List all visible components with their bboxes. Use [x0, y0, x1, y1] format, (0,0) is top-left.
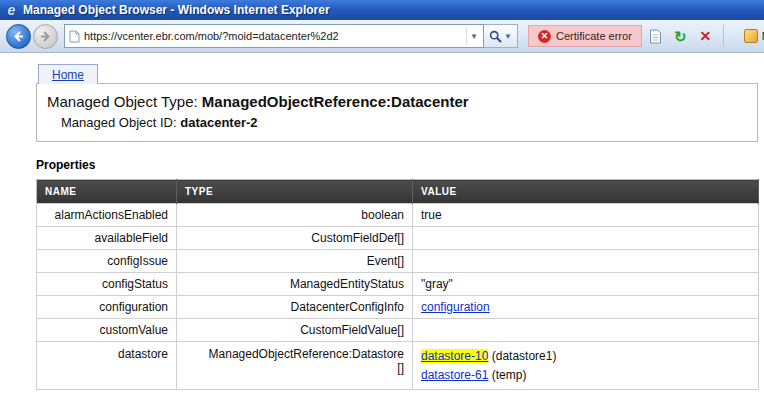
column-header-value: VALUE	[413, 180, 759, 204]
managed-object-type-value: ManagedObjectReference:Datacenter	[202, 93, 469, 110]
toolbar-separator	[723, 25, 724, 47]
address-bar[interactable]: ▼	[64, 24, 484, 48]
cell-name: alarmActionsEnabled	[37, 204, 177, 227]
managed-object-id-value: datacenter-2	[180, 115, 257, 130]
managed-object-id: Managed Object ID: datacenter-2	[47, 115, 747, 130]
managed-object-type-label: Managed Object Type:	[47, 93, 202, 110]
table-row: configStatus ManagedEntityStatus "gray"	[37, 273, 759, 296]
address-dropdown-icon[interactable]: ▼	[466, 26, 481, 46]
cell-type: DatacenterConfigInfo	[177, 296, 413, 319]
cell-name: configStatus	[37, 273, 177, 296]
certificate-error-icon: ✕	[538, 30, 551, 43]
cell-value: true	[413, 204, 759, 227]
table-row: datastore ManagedObjectReference:Datasto…	[37, 342, 759, 390]
cell-type: CustomFieldValue[]	[177, 319, 413, 342]
certificate-error-badge[interactable]: ✕ Certificate error	[528, 25, 642, 47]
refresh-button[interactable]: ↻	[669, 25, 692, 48]
navigation-bar: ▼ ▼ ✕ Certificate error ↻ ✕	[0, 20, 764, 53]
back-button[interactable]	[6, 24, 31, 49]
object-header: Managed Object Type: ManagedObjectRefere…	[36, 83, 758, 142]
cell-name: availableField	[37, 227, 177, 250]
cell-type: Event[]	[177, 250, 413, 273]
refresh-icon: ↻	[674, 29, 687, 44]
properties-heading: Properties	[36, 158, 758, 172]
favicon-icon	[744, 29, 758, 43]
cell-name: datastore	[37, 342, 177, 390]
datastore-10-suffix: (datastore1)	[488, 349, 556, 363]
page-button[interactable]	[644, 25, 667, 48]
page-glyph-icon	[649, 29, 662, 44]
cell-name: configIssue	[37, 250, 177, 273]
cell-type: ManagedEntityStatus	[177, 273, 413, 296]
ie-logo-icon: e	[4, 3, 19, 18]
managed-object-type: Managed Object Type: ManagedObjectRefere…	[47, 93, 747, 110]
cell-value: configuration	[413, 296, 759, 319]
type-line-1: ManagedObjectReference:Datastore	[185, 347, 404, 361]
managed-object-id-label: Managed Object ID:	[61, 115, 180, 130]
datastore-61-suffix: (temp)	[488, 368, 526, 382]
cell-value: datastore-10 (datastore1) datastore-61 (…	[413, 342, 759, 390]
title-bar: e Managed Object Browser - Windows Inter…	[0, 0, 764, 20]
cell-value	[413, 319, 759, 342]
datastore-10-link[interactable]: datastore-10	[421, 349, 488, 363]
table-header-row: NAME TYPE VALUE	[37, 180, 759, 204]
forward-button[interactable]	[33, 24, 58, 49]
cell-type: ManagedObjectReference:Datastore []	[177, 342, 413, 390]
page-icon	[69, 30, 80, 43]
cell-name: customValue	[37, 319, 177, 342]
table-row: availableField CustomFieldDef[]	[37, 227, 759, 250]
datastore-value-line: datastore-10 (datastore1)	[421, 347, 750, 366]
table-row: configIssue Event[]	[37, 250, 759, 273]
cell-value	[413, 250, 759, 273]
datastore-value-line: datastore-61 (temp)	[421, 366, 750, 385]
column-header-name: NAME	[37, 180, 177, 204]
window-title: Managed Object Browser - Windows Interne…	[23, 3, 330, 17]
table-row: configuration DatacenterConfigInfo confi…	[37, 296, 759, 319]
column-header-type: TYPE	[177, 180, 413, 204]
stop-button[interactable]: ✕	[694, 25, 717, 48]
tab-home[interactable]: Home	[38, 64, 98, 84]
table-row: customValue CustomFieldValue[]	[37, 319, 759, 342]
browser-tab[interactable]: Ma	[744, 29, 764, 43]
table-row: alarmActionsEnabled boolean true	[37, 204, 759, 227]
stop-icon: ✕	[699, 29, 711, 43]
cell-type: boolean	[177, 204, 413, 227]
page-content: Home Managed Object Type: ManagedObjectR…	[0, 53, 764, 390]
search-dropdown-icon: ▼	[504, 32, 512, 41]
back-arrow-icon	[12, 30, 25, 43]
type-line-2: []	[185, 361, 404, 375]
properties-table: NAME TYPE VALUE alarmActionsEnabled bool…	[36, 179, 759, 390]
cell-name: configuration	[37, 296, 177, 319]
cell-value	[413, 227, 759, 250]
browser-window: e Managed Object Browser - Windows Inter…	[0, 0, 764, 390]
url-input[interactable]	[84, 27, 466, 45]
cell-value: "gray"	[413, 273, 759, 296]
configuration-link[interactable]: configuration	[421, 300, 490, 314]
search-button[interactable]: ▼	[484, 24, 518, 48]
certificate-error-label: Certificate error	[556, 30, 632, 42]
datastore-61-link[interactable]: datastore-61	[421, 368, 488, 382]
forward-arrow-icon	[39, 30, 52, 43]
cell-type: CustomFieldDef[]	[177, 227, 413, 250]
magnifier-icon	[489, 30, 502, 43]
